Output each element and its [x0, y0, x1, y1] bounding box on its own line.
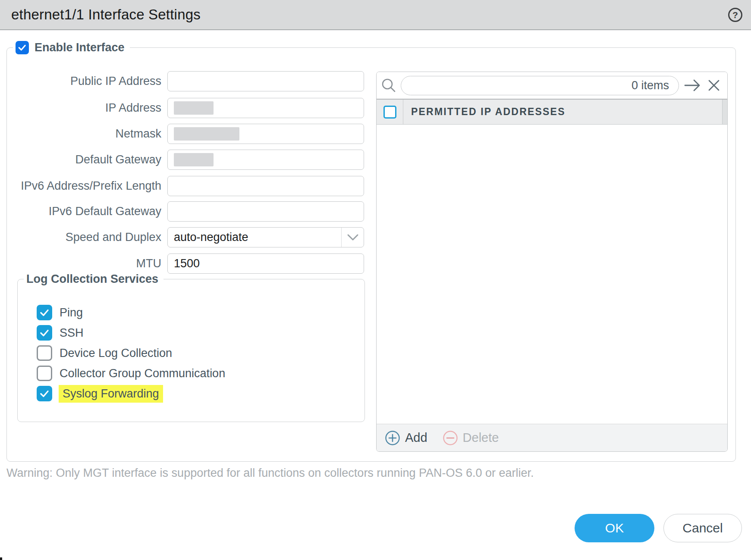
device-log-collection-label: Device Log Collection [60, 347, 172, 360]
default-gateway-label: Default Gateway [4, 153, 167, 166]
mtu-label: MTU [4, 257, 167, 270]
checkmark-icon [39, 388, 50, 399]
default-gateway-input[interactable] [167, 150, 364, 170]
mtu-input[interactable] [167, 253, 364, 274]
option-syslog-forwarding[interactable]: Syslog Forwarding [37, 386, 225, 401]
clear-filter-x-icon[interactable] [707, 78, 721, 93]
enable-interface-checkbox[interactable] [16, 41, 29, 54]
permitted-ip-panel: 0 items PERMITTED IP ADDRESSES [376, 72, 728, 452]
collector-group-communication-checkbox[interactable] [37, 366, 52, 381]
corner-artifact [0, 557, 2, 560]
cancel-button[interactable]: Cancel [663, 514, 742, 542]
enable-interface-label: Enable Interface [35, 41, 125, 54]
log-collection-legend: Log Collection Services [24, 272, 163, 286]
add-button[interactable]: Add [384, 430, 427, 446]
log-collection-title: Log Collection Services [26, 272, 158, 286]
form-row-netmask: Netmask [4, 124, 364, 144]
dialog-title: ethernet1/1 Interface Settings [0, 6, 201, 23]
items-count-badge: 0 items [632, 79, 679, 92]
warning-text: Warning: Only MGT interface is supported… [6, 466, 534, 480]
ip-address-input[interactable] [167, 98, 364, 118]
speed-duplex-select[interactable]: auto-negotiate [167, 227, 364, 247]
form-row-ipv6-address: IPv6 Address/Prefix Length [4, 176, 364, 196]
ip-address-label: IP Address [4, 101, 167, 115]
form-row-public-ip: Public IP Address [4, 71, 364, 91]
form-row-default-gateway: Default Gateway [4, 150, 364, 170]
checkmark-icon [39, 327, 50, 338]
delete-button-label: Delete [463, 431, 499, 445]
search-pill: 0 items [401, 76, 679, 95]
plus-circle-icon [384, 430, 401, 446]
speed-duplex-label: Speed and Duplex [4, 231, 167, 244]
syslog-forwarding-checkbox[interactable] [37, 386, 52, 401]
add-button-label: Add [405, 431, 427, 445]
option-collector-group-communication[interactable]: Collector Group Communication [37, 366, 225, 381]
public-ip-input[interactable] [167, 71, 364, 91]
search-input[interactable] [401, 79, 632, 92]
option-ssh[interactable]: SSH [37, 325, 225, 341]
delete-button[interactable]: Delete [442, 430, 499, 446]
ping-checkbox[interactable] [37, 305, 52, 320]
ssh-checkbox[interactable] [37, 325, 52, 341]
checkmark-icon [17, 43, 27, 52]
chevron-down-icon[interactable] [341, 228, 364, 247]
public-ip-label: Public IP Address [4, 75, 167, 88]
apply-filter-arrow-icon[interactable] [683, 78, 702, 93]
enable-interface-legend: Enable Interface [13, 41, 130, 54]
scrollbar[interactable] [722, 100, 727, 124]
permitted-ip-table-body [377, 125, 727, 424]
select-all-checkbox[interactable] [383, 106, 396, 119]
form-row-ip-address: IP Address [4, 98, 364, 118]
select-all-cell [377, 100, 403, 124]
redacted-value [174, 153, 214, 166]
form-row-mtu: MTU [4, 253, 364, 274]
search-icon [381, 78, 396, 93]
syslog-forwarding-label: Syslog Forwarding [59, 385, 163, 403]
interface-settings-dialog: ethernet1/1 Interface Settings ? Enable … [0, 0, 751, 560]
permitted-ip-column-header: PERMITTED IP ADDRESSES [403, 106, 566, 118]
device-log-collection-checkbox[interactable] [37, 345, 52, 361]
ipv6-gateway-input[interactable] [167, 201, 364, 222]
ssh-label: SSH [60, 326, 84, 340]
option-device-log-collection[interactable]: Device Log Collection [37, 345, 225, 361]
ipv6-gateway-label: IPv6 Default Gateway [4, 205, 167, 218]
permitted-ip-search-row: 0 items [377, 72, 727, 99]
ping-label: Ping [60, 306, 83, 319]
dialog-titlebar: ethernet1/1 Interface Settings ? [0, 0, 751, 30]
form-row-ipv6-gateway: IPv6 Default Gateway [4, 201, 364, 222]
permitted-ip-table-header: PERMITTED IP ADDRESSES [377, 99, 727, 125]
option-ping[interactable]: Ping [37, 305, 225, 320]
netmask-label: Netmask [4, 127, 167, 141]
ipv6-address-label: IPv6 Address/Prefix Length [4, 179, 167, 193]
log-collection-options: Ping SSH Device Log Collection Collector… [37, 305, 225, 401]
speed-duplex-value: auto-negotiate [168, 231, 341, 244]
permitted-ip-footer: Add Delete [377, 424, 727, 451]
form-row-speed-duplex: Speed and Duplex auto-negotiate [4, 227, 364, 247]
ipv6-address-input[interactable] [167, 176, 364, 196]
help-icon[interactable]: ? [728, 8, 742, 22]
collector-group-communication-label: Collector Group Communication [60, 367, 225, 380]
checkmark-icon [39, 307, 50, 318]
ok-button[interactable]: OK [575, 514, 654, 542]
minus-circle-icon [442, 430, 459, 446]
redacted-value [174, 127, 239, 141]
netmask-input[interactable] [167, 124, 364, 144]
redacted-value [174, 101, 214, 115]
